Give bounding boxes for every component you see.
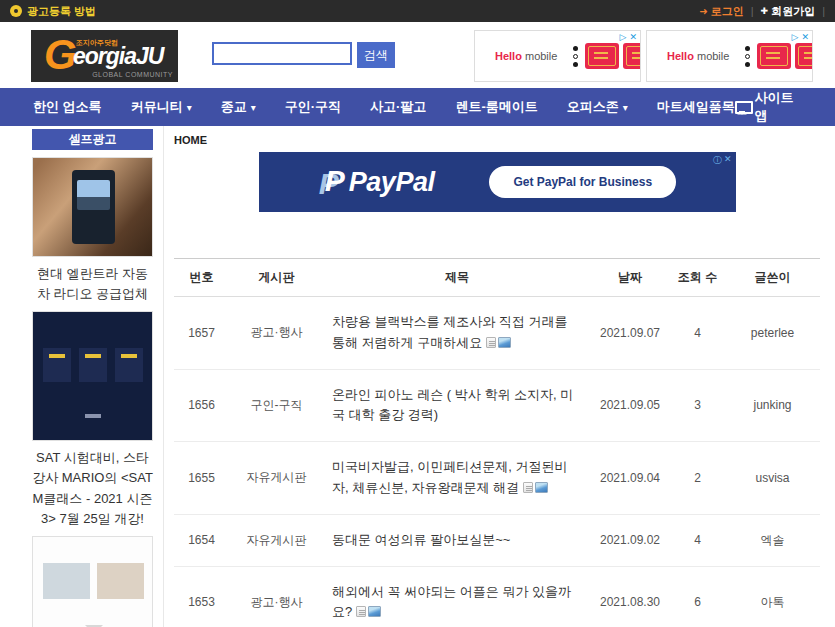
image-icon (498, 337, 511, 348)
search-input[interactable] (212, 42, 352, 65)
attachment-icon (486, 337, 496, 348)
post-views: 4 (670, 533, 725, 547)
site-app-link[interactable]: 사이트 앱 (735, 89, 802, 125)
post-author[interactable]: 엑솔 (725, 532, 820, 549)
post-board[interactable]: 자유게시판 (229, 469, 324, 486)
post-title-cell: 동대문 여성의류 팔아보실분~~ (324, 530, 590, 551)
post-views: 3 (670, 398, 725, 412)
post-title-link[interactable]: 차량용 블랙박스를 제조사와 직접 거래를 통해 저렴하게 구매하세요 (332, 314, 567, 350)
sidebar-ad[interactable]: [WIAS] 미국공인회계사 (USCPA, AICPA) 과정 안내 - 위아… (32, 536, 153, 627)
logo-initial: G (44, 31, 77, 79)
post-number: 1654 (174, 533, 229, 547)
nav-item[interactable]: 마트세일품목 ▾ (657, 98, 735, 116)
image-icon (535, 482, 548, 493)
sidebar-ad[interactable]: SAT 시험대비, 스타강사 MARIO의 <SAT M클래스 - 2021 시… (32, 311, 153, 529)
post-number: 1656 (174, 398, 229, 412)
sidebar-ad[interactable]: 현대 엘란트라 자동차 라디오 공급업체 (32, 157, 153, 304)
sidebar-ad-image[interactable] (32, 157, 153, 257)
ad-close-icon[interactable]: ✕ (724, 154, 732, 167)
post-number: 1653 (174, 595, 229, 609)
post-title-link[interactable]: 동대문 여성의류 팔아보실분~~ (332, 532, 510, 547)
column-header-date: 날짜 (590, 269, 670, 286)
ad-close-icon[interactable]: ✕ (801, 32, 809, 42)
post-date: 2021.08.30 (590, 595, 670, 609)
paypal-cta-button[interactable]: Get PayPal for Business (489, 166, 676, 198)
table-row: 1656 구인-구직 온라인 피아노 레슨 ( 박사 학위 소지자, 미국 대학… (174, 370, 820, 443)
nav-item[interactable]: 한인 업소록 ▾ (33, 98, 102, 116)
adchoices-icon[interactable]: ▷ (792, 32, 799, 42)
nav-item[interactable]: 구인·구직 ▾ (285, 98, 341, 116)
monitor-icon (735, 101, 749, 114)
plus-icon: ✚ (761, 6, 769, 16)
post-views: 4 (670, 326, 725, 340)
sim-card-image (585, 43, 619, 69)
post-title-cell: 미국비자발급, 이민페티션문제, 거절된비자, 체류신분, 자유왕래문제 해결 (324, 457, 590, 499)
nav-item-label: 종교 (221, 98, 247, 116)
topbar-account-area: ➜ 로그인 | ✚ 회원가입 | (699, 4, 825, 19)
header-ad-banner[interactable]: ▷ ✕ Hello mobile (474, 30, 641, 82)
post-title-icons (486, 337, 511, 348)
self-ad-header[interactable]: 셀프광고 (32, 129, 153, 150)
attachment-icon (356, 606, 366, 617)
post-author[interactable]: 아톡 (725, 594, 820, 611)
post-number: 1657 (174, 326, 229, 340)
sidebar-ad-caption[interactable]: SAT 시험대비, 스타강사 MARIO의 <SAT M클래스 - 2021 시… (32, 448, 153, 529)
ad-register-link[interactable]: 광고등록 방법 (10, 4, 96, 19)
nav-item[interactable]: 종교 ▾ (221, 98, 256, 116)
nav-item[interactable]: 커뮤니티 ▾ (131, 98, 192, 116)
content: 셀프광고 현대 엘란트라 자동차 라디오 공급업체 SAT 시험대비, 스타강사… (0, 126, 835, 627)
search-area: 검색 (212, 42, 395, 68)
site-logo[interactable]: G 조지아주닷컴 eorgiaJU GLOBAL COMMUNITY (31, 30, 178, 82)
adchoices-controls: ▷ ✕ (620, 32, 637, 42)
post-board[interactable]: 광고·행사 (229, 594, 324, 611)
adchoices-controls: ⓘ ✕ (713, 154, 732, 167)
column-header-views: 조회 수 (670, 269, 725, 286)
adchoices-icon[interactable]: ▷ (620, 32, 627, 42)
paypal-logo-icon: PP (318, 163, 344, 201)
nav-item-label: 마트세일품목 (657, 98, 735, 116)
sim-card-image (757, 43, 791, 69)
header-ad-banner[interactable]: ▷ ✕ Hello mobile (646, 30, 813, 82)
nav-item-label: 한인 업소록 (33, 98, 102, 116)
sim-card-images (585, 43, 641, 69)
image-icon (368, 606, 381, 617)
paypal-ad-banner[interactable]: ⓘ ✕ PP PayPal Get PayPal for Business (259, 152, 736, 212)
breadcrumb[interactable]: HOME (174, 134, 820, 146)
post-author[interactable]: junking (725, 398, 820, 412)
chevron-down-icon: ▾ (187, 102, 192, 113)
login-link[interactable]: ➜ 로그인 (699, 4, 743, 19)
header-ads: ▷ ✕ Hello mobile ▷ ✕ (474, 30, 813, 82)
board-table: 번호 게시판 제목 날짜 조회 수 글쓴이 1657 광고·행사 차량용 블랙박… (174, 258, 820, 627)
post-date: 2021.09.02 (590, 533, 670, 547)
post-date: 2021.09.04 (590, 471, 670, 485)
nav-item[interactable]: 사고·팔고 ▾ (370, 98, 426, 116)
sidebar-ad-image[interactable] (32, 536, 153, 627)
search-button[interactable]: 검색 (357, 42, 395, 68)
nav-item-label: 렌트-룸메이트 (455, 98, 537, 116)
ad-close-icon[interactable]: ✕ (629, 32, 637, 42)
sidebar: 셀프광고 현대 엘란트라 자동차 라디오 공급업체 SAT 시험대비, 스타강사… (32, 126, 153, 627)
signup-link[interactable]: ✚ 회원가입 (761, 4, 816, 19)
nav-item[interactable]: 렌트-룸메이트 ▾ (455, 98, 537, 116)
post-board[interactable]: 구인-구직 (229, 397, 324, 414)
post-title-cell: 온라인 피아노 레슨 ( 박사 학위 소지자, 미국 대학 출강 경력) (324, 385, 590, 427)
login-label: 로그인 (711, 4, 744, 19)
chevron-down-icon: ▾ (251, 102, 256, 113)
carousel-dots (573, 46, 578, 67)
post-title-link[interactable]: 온라인 피아노 레슨 ( 박사 학위 소지자, 미국 대학 출강 경력) (332, 387, 573, 423)
post-title-icons (523, 482, 548, 493)
post-board[interactable]: 광고·행사 (229, 324, 324, 341)
post-author[interactable]: usvisa (725, 471, 820, 485)
table-row: 1654 자유게시판 동대문 여성의류 팔아보실분~~ 2021.09.02 4… (174, 515, 820, 567)
nav-item[interactable]: 오피스존 ▾ (567, 98, 628, 116)
table-body: 1657 광고·행사 차량용 블랙박스를 제조사와 직접 거래를 통해 저렴하게… (174, 297, 820, 627)
sidebar-ad-caption[interactable]: 현대 엘란트라 자동차 라디오 공급업체 (32, 264, 153, 304)
sidebar-ad-image[interactable] (32, 311, 153, 441)
post-author[interactable]: peterlee (725, 326, 820, 340)
header: G 조지아주닷컴 eorgiaJU GLOBAL COMMUNITY 검색 ▷ … (0, 22, 835, 88)
nav-items: 한인 업소록 ▾ 커뮤니티 ▾ 종교 ▾ 구인·구직 ▾ (33, 98, 735, 116)
post-board[interactable]: 자유게시판 (229, 532, 324, 549)
adchoices-icon[interactable]: ⓘ (713, 154, 722, 167)
megaphone-icon (10, 5, 22, 17)
login-arrow-icon: ➜ (699, 6, 707, 17)
